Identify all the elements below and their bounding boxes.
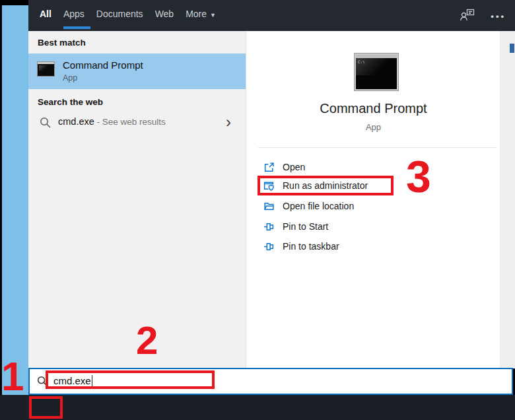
best-match-header: Best match <box>38 38 86 48</box>
open-icon <box>263 162 275 173</box>
preview-panel: C:\ Command Prompt App Open Run as admin… <box>246 31 500 368</box>
action-open-file-location[interactable]: Open file location <box>246 197 500 215</box>
annotation-box-run-as-administrator <box>258 176 394 195</box>
chevron-down-icon: ▼ <box>210 12 216 18</box>
search-the-web-header: Search the web <box>38 97 103 107</box>
search-window-topbar: All Apps Documents Web More▼ ••• <box>28 0 515 31</box>
annotation-step-2: 2 <box>136 321 158 361</box>
action-pin-to-taskbar[interactable]: Pin to taskbar <box>246 237 500 256</box>
tab-more-label: More <box>186 9 207 19</box>
chevron-right-icon[interactable]: › <box>226 113 231 131</box>
tab-apps[interactable]: Apps <box>63 9 85 19</box>
scrollbar-track[interactable] <box>500 31 515 368</box>
annotation-step-3: 3 <box>406 154 431 199</box>
active-tab-underline <box>63 26 90 29</box>
scrollbar-thumb[interactable] <box>510 44 514 53</box>
tab-all[interactable]: All <box>40 9 52 19</box>
more-options-icon[interactable]: ••• <box>491 11 506 21</box>
tab-documents[interactable]: Documents <box>96 9 143 19</box>
annotation-step-1: 1 <box>1 356 24 397</box>
annotation-box-search-query <box>46 370 215 389</box>
search-filter-tabs: All Apps Documents Web More▼ <box>28 0 216 19</box>
best-match-result-command-prompt[interactable]: Command Prompt App <box>28 53 246 89</box>
action-pin-to-start-label: Pin to Start <box>283 221 328 232</box>
action-pin-to-taskbar-label: Pin to taskbar <box>283 241 339 252</box>
web-search-query: cmd.exe - See web results <box>58 116 166 127</box>
feedback-icon[interactable] <box>460 8 475 24</box>
tab-web[interactable]: Web <box>155 9 174 19</box>
web-query-text: cmd.exe <box>58 116 94 127</box>
pin-icon <box>263 241 275 252</box>
divider <box>258 147 496 148</box>
best-match-title: Command Prompt <box>63 59 143 71</box>
preview-app-subtitle: App <box>246 122 500 132</box>
command-prompt-icon <box>37 61 55 77</box>
taskbar: Ps Lr W <box>0 395 515 420</box>
action-open[interactable]: Open <box>246 158 500 176</box>
search-icon <box>39 116 52 129</box>
desktop-wallpaper-strip <box>2 5 28 395</box>
action-open-label: Open <box>283 162 305 172</box>
preview-app-title: Command Prompt <box>246 101 500 116</box>
prompt-text: C:\ <box>358 59 365 64</box>
web-search-result[interactable]: cmd.exe - See web results › <box>28 110 246 135</box>
annotation-box-taskbar-search <box>29 396 63 419</box>
best-match-subtitle: App <box>63 73 77 83</box>
action-pin-to-start[interactable]: Pin to Start <box>246 217 500 236</box>
action-open-file-location-label: Open file location <box>283 201 354 211</box>
command-prompt-large-icon: C:\ <box>355 53 398 90</box>
folder-icon <box>263 201 275 212</box>
tab-more[interactable]: More▼ <box>186 9 216 19</box>
web-query-hint: - See web results <box>94 117 166 127</box>
pin-icon <box>263 221 275 232</box>
